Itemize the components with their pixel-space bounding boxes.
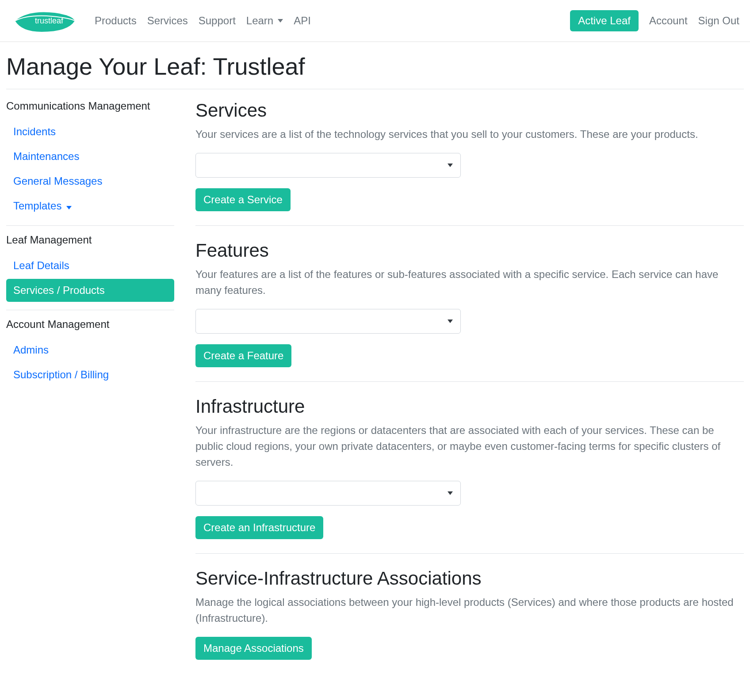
sidebar-divider [6, 225, 174, 226]
section-desc: Your features are a list of the features… [195, 266, 744, 298]
nav-link-label: Account [649, 15, 688, 27]
nav-link-label: Support [199, 15, 236, 27]
sidebar-item-incidents[interactable]: Incidents [6, 120, 174, 143]
section-divider [195, 225, 744, 226]
nav-sign-out[interactable]: Sign Out [698, 15, 739, 27]
nav-support[interactable]: Support [199, 15, 236, 27]
sidebar-group-title: Communications Management [6, 100, 174, 112]
section-title: Infrastructure [195, 396, 744, 417]
leaf-icon: trustleaf [11, 8, 77, 34]
svg-text:trustleaf: trustleaf [35, 16, 64, 25]
sidebar-item-services-products[interactable]: Services / Products [6, 279, 174, 302]
sidebar-item-label: Maintenances [13, 150, 79, 162]
sidebar-item-label: Templates [13, 200, 61, 212]
main-content: Services Your services are a list of the… [195, 100, 744, 672]
sidebar-item-admins[interactable]: Admins [6, 339, 174, 361]
nav-link-label: Services [147, 15, 188, 27]
sidebar-item-label: Leaf Details [13, 259, 69, 271]
infrastructure-select[interactable] [195, 481, 461, 506]
nav-services[interactable]: Services [147, 15, 188, 27]
nav-api[interactable]: API [294, 15, 311, 27]
sidebar-item-maintenances[interactable]: Maintenances [6, 145, 174, 168]
create-feature-button[interactable]: Create a Feature [195, 344, 291, 367]
sidebar-group-title: Account Management [6, 318, 174, 331]
chevron-down-icon [66, 206, 72, 209]
nav-link-label: API [294, 15, 311, 27]
features-section: Features Your features are a list of the… [195, 240, 744, 367]
section-desc: Your services are a list of the technolo… [195, 126, 744, 142]
services-select[interactable] [195, 153, 461, 178]
sidebar-item-templates[interactable]: Templates [6, 194, 174, 217]
nav-right: Active Leaf Account Sign Out [570, 10, 739, 31]
nav-link-label: Products [95, 15, 137, 27]
sidebar-item-label: Subscription / Billing [13, 369, 109, 380]
create-infrastructure-button[interactable]: Create an Infrastructure [195, 516, 323, 539]
page-title: Manage Your Leaf: Trustleaf [6, 53, 744, 80]
features-select[interactable] [195, 309, 461, 334]
nav-links: Products Services Support Learn API [95, 15, 570, 27]
create-service-button[interactable]: Create a Service [195, 188, 291, 211]
section-divider [195, 381, 744, 382]
chevron-down-icon [278, 19, 283, 23]
infrastructure-section: Infrastructure Your infrastructure are t… [195, 396, 744, 539]
services-section: Services Your services are a list of the… [195, 100, 744, 211]
sidebar-item-general-messages[interactable]: General Messages [6, 170, 174, 193]
manage-associations-button[interactable]: Manage Associations [195, 637, 312, 660]
active-leaf-button[interactable]: Active Leaf [570, 10, 639, 31]
nav-link-label: Sign Out [698, 15, 739, 27]
section-desc: Your infrastructure are the regions or d… [195, 422, 744, 470]
sidebar: Communications ManagementIncidentsMainte… [6, 100, 174, 672]
sidebar-item-label: General Messages [13, 175, 102, 187]
section-title: Features [195, 240, 744, 261]
sidebar-item-leaf-details[interactable]: Leaf Details [6, 254, 174, 277]
nav-account[interactable]: Account [649, 15, 688, 27]
sidebar-item-subscription-billing[interactable]: Subscription / Billing [6, 363, 174, 386]
nav-products[interactable]: Products [95, 15, 137, 27]
sidebar-item-label: Admins [13, 344, 49, 356]
associations-section: Service-Infrastructure Associations Mana… [195, 568, 744, 660]
section-desc: Manage the logical associations between … [195, 594, 744, 626]
brand-logo[interactable]: trustleaf [11, 8, 77, 34]
navbar: trustleaf Products Services Support Lear… [0, 0, 750, 42]
section-title: Services [195, 100, 744, 121]
sidebar-group-title: Leaf Management [6, 234, 174, 246]
title-divider [6, 89, 744, 89]
section-title: Service-Infrastructure Associations [195, 568, 744, 589]
nav-learn[interactable]: Learn [246, 15, 283, 27]
sidebar-divider [6, 310, 174, 310]
sidebar-item-label: Services / Products [13, 284, 105, 296]
nav-link-label: Learn [246, 15, 273, 27]
sidebar-item-label: Incidents [13, 126, 56, 137]
section-divider [195, 553, 744, 554]
